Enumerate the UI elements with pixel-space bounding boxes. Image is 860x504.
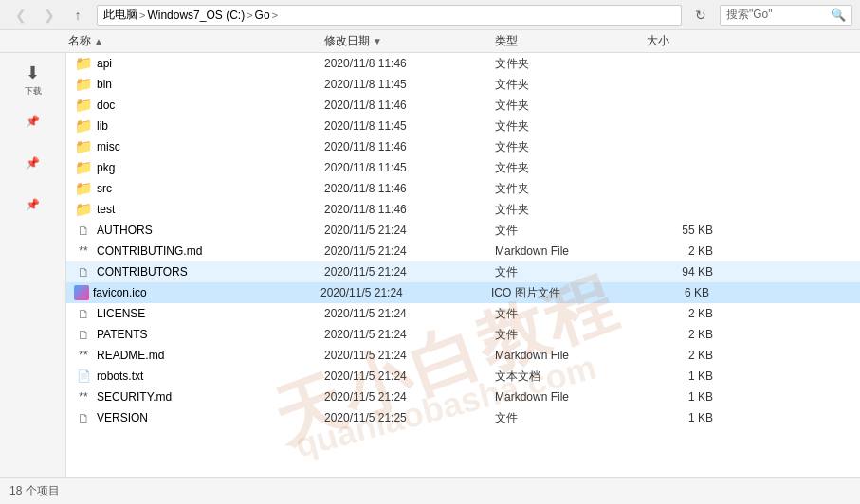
breadcrumb-folder[interactable]: Go xyxy=(255,9,270,22)
forward-button[interactable]: ❯ xyxy=(36,5,63,26)
table-row[interactable]: 📁 api 2020/11/8 11:46 文件夹 xyxy=(66,53,860,74)
file-date: 2020/11/5 21:24 xyxy=(324,390,495,404)
table-row[interactable]: 🗋 VERSION 2020/11/5 21:25 文件 1 KB xyxy=(66,407,860,428)
file-type: 文件夹 xyxy=(495,98,647,114)
col-header-name[interactable]: 名称 ▲ xyxy=(68,33,324,49)
file-date: 2020/11/8 11:46 xyxy=(324,140,495,153)
folder-icon: 📁 xyxy=(74,137,93,156)
search-icon: 🔍 xyxy=(831,8,846,22)
file-size: 2 KB xyxy=(647,307,723,320)
file-name: AUTHORS xyxy=(97,224,324,237)
file-icon-generic: 🗋 xyxy=(74,262,93,281)
file-date: 2020/11/5 21:24 xyxy=(324,328,495,341)
markdown-icon: ** xyxy=(74,346,93,365)
txt-icon: 📄 xyxy=(74,367,93,386)
file-icon-generic: 🗋 xyxy=(74,325,93,344)
table-row[interactable]: favicon.ico 2020/11/5 21:24 ICO 图片文件 6 K… xyxy=(66,282,860,303)
col-header-date[interactable]: 修改日期 ▼ xyxy=(324,33,495,49)
table-row[interactable]: 📁 src 2020/11/8 11:46 文件夹 xyxy=(66,178,860,199)
file-type: 文件 xyxy=(495,306,647,322)
col-header-size[interactable]: 大小 xyxy=(647,33,723,49)
file-date: 2020/11/5 21:24 xyxy=(324,265,495,279)
sidebar-pin-1[interactable]: 📌 xyxy=(9,102,58,140)
file-type: 文件夹 xyxy=(495,160,647,176)
table-row[interactable]: 📄 robots.txt 2020/11/5 21:24 文本文档 1 KB xyxy=(66,366,860,387)
file-icon-generic: 🗋 xyxy=(74,408,93,427)
folder-icon: 📁 xyxy=(74,158,93,177)
file-date: 2020/11/8 11:46 xyxy=(324,203,495,216)
file-date: 2020/11/8 11:46 xyxy=(324,99,495,112)
file-date: 2020/11/8 11:46 xyxy=(324,57,495,70)
file-type: 文件 xyxy=(495,327,647,343)
table-row[interactable]: 📁 bin 2020/11/8 11:45 文件夹 xyxy=(66,74,860,95)
download-icon: ⬇ xyxy=(26,63,40,83)
table-row[interactable]: ** README.md 2020/11/5 21:24 Markdown Fi… xyxy=(66,345,860,366)
table-row[interactable]: 🗋 LICENSE 2020/11/5 21:24 文件 2 KB xyxy=(66,303,860,324)
breadcrumb-sep-2: > xyxy=(247,9,252,21)
sidebar-pin-2[interactable]: 📌 xyxy=(9,144,58,182)
file-size: 2 KB xyxy=(647,349,723,362)
file-icon-generic: 🗋 xyxy=(74,221,93,240)
back-button[interactable]: ❮ xyxy=(8,5,34,26)
file-type: 文件 xyxy=(495,410,647,426)
file-type: 文件 xyxy=(495,264,647,280)
search-placeholder-text: 搜索"Go" xyxy=(726,7,773,23)
file-size: 1 KB xyxy=(647,390,723,404)
col-header-type[interactable]: 类型 xyxy=(495,33,647,49)
pin-icon-3: 📌 xyxy=(26,198,40,211)
sidebar-item-download[interactable]: ⬇ 下载 xyxy=(9,61,58,99)
sort-arrow-name: ▲ xyxy=(94,36,103,46)
file-type: 文件夹 xyxy=(495,139,647,155)
breadcrumb-sep-1: > xyxy=(139,9,145,21)
file-size: 1 KB xyxy=(647,369,723,383)
file-name: misc xyxy=(97,140,324,153)
file-type: Markdown File xyxy=(495,349,647,362)
file-name: CONTRIBUTING.md xyxy=(97,244,324,258)
nav-buttons: ❮ ❯ ↑ xyxy=(8,5,91,26)
file-type: 文件夹 xyxy=(495,118,647,135)
file-date: 2020/11/8 11:45 xyxy=(324,161,495,174)
sort-arrow-date: ▼ xyxy=(373,36,382,46)
table-row[interactable]: 🗋 AUTHORS 2020/11/5 21:24 文件 55 KB xyxy=(66,220,860,241)
file-list[interactable]: 📁 api 2020/11/8 11:46 文件夹 📁 bin 2020/11/… xyxy=(66,53,860,477)
file-size: 94 KB xyxy=(647,265,723,279)
pin-icon-2: 📌 xyxy=(26,156,40,170)
file-type: ICO 图片文件 xyxy=(491,285,643,301)
markdown-icon: ** xyxy=(74,387,93,406)
file-name: SECURITY.md xyxy=(97,390,324,404)
up-button[interactable]: ↑ xyxy=(64,5,91,26)
file-size: 1 KB xyxy=(647,411,723,424)
table-row[interactable]: 🗋 CONTRIBUTORS 2020/11/5 21:24 文件 94 KB xyxy=(66,261,860,282)
table-row[interactable]: ** CONTRIBUTING.md 2020/11/5 21:24 Markd… xyxy=(66,241,860,261)
search-bar[interactable]: 搜索"Go" 🔍 xyxy=(720,5,852,26)
refresh-button[interactable]: ↻ xyxy=(687,5,714,26)
file-type: 文件 xyxy=(495,223,647,239)
table-row[interactable]: 📁 doc 2020/11/8 11:46 文件夹 xyxy=(66,95,860,116)
file-count: 18 个项目 xyxy=(9,483,60,499)
sidebar-pin-3[interactable]: 📌 xyxy=(9,186,58,224)
file-date: 2020/11/8 11:45 xyxy=(324,119,495,133)
status-bar: 18 个项目 xyxy=(0,477,860,504)
file-type: 文件夹 xyxy=(495,181,647,197)
breadcrumb-drive[interactable]: Windows7_OS (C:) xyxy=(147,9,245,22)
file-size: 2 KB xyxy=(647,328,723,341)
file-date: 2020/11/8 11:46 xyxy=(324,182,495,195)
file-name: robots.txt xyxy=(97,369,324,383)
table-row[interactable]: ** SECURITY.md 2020/11/5 21:24 Markdown … xyxy=(66,387,860,407)
table-row[interactable]: 📁 lib 2020/11/8 11:45 文件夹 xyxy=(66,116,860,136)
table-row[interactable]: 📁 misc 2020/11/8 11:46 文件夹 xyxy=(66,136,860,157)
pin-icon-1: 📌 xyxy=(26,115,40,128)
file-date: 2020/11/5 21:24 xyxy=(324,244,495,258)
breadcrumb-computer[interactable]: 此电脑 xyxy=(103,7,137,23)
table-row[interactable]: 📁 pkg 2020/11/8 11:45 文件夹 xyxy=(66,157,860,178)
file-type: Markdown File xyxy=(495,244,647,258)
file-name: README.md xyxy=(97,349,324,362)
titlebar: ❮ ❯ ↑ 此电脑 > Windows7_OS (C:) > Go > ↻ 搜索… xyxy=(0,0,860,30)
file-name: src xyxy=(97,182,324,195)
table-row[interactable]: 🗋 PATENTS 2020/11/5 21:24 文件 2 KB xyxy=(66,324,860,345)
folder-icon: 📁 xyxy=(74,75,93,94)
table-row[interactable]: 📁 test 2020/11/8 11:46 文件夹 xyxy=(66,199,860,220)
file-date: 2020/11/5 21:24 xyxy=(324,224,495,237)
file-type: 文件夹 xyxy=(495,56,647,72)
file-name: doc xyxy=(97,99,324,112)
